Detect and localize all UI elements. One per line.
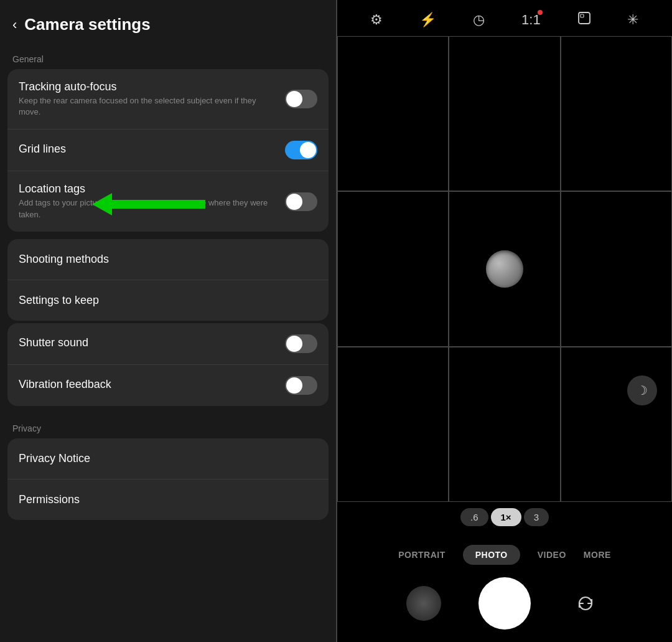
shooting-methods-label: Shooting methods xyxy=(19,253,109,266)
shutter-button[interactable] xyxy=(478,577,531,630)
location-tags-row[interactable]: Location tags Add tags to your pictures … xyxy=(7,171,329,231)
grid-cell-bl xyxy=(337,347,449,502)
settings-to-keep-row[interactable]: Settings to keep xyxy=(7,280,329,321)
back-button[interactable]: ‹ xyxy=(12,17,17,33)
flash-icon[interactable]: ⚡ xyxy=(419,12,436,28)
video-tab[interactable]: VIDEO xyxy=(538,550,566,560)
vibration-feedback-toggle[interactable] xyxy=(285,376,317,395)
vibration-feedback-title: Vibration feedback xyxy=(19,378,278,391)
focus-indicator xyxy=(486,250,523,288)
format-icon[interactable] xyxy=(577,11,591,29)
grid-cell-mr xyxy=(561,191,672,346)
viewfinder xyxy=(337,36,672,502)
svg-rect-1 xyxy=(581,14,584,17)
ai-icon[interactable]: ✳ xyxy=(627,12,638,28)
permissions-row[interactable]: Permissions xyxy=(7,479,329,520)
settings-icon[interactable]: ⚙ xyxy=(370,12,383,28)
privacy-section-label: Privacy xyxy=(0,413,336,438)
shooting-methods-row[interactable]: Shooting methods xyxy=(7,239,329,280)
more-tab[interactable]: MORE xyxy=(584,550,611,560)
permissions-label: Permissions xyxy=(19,493,80,506)
tracking-autofocus-row[interactable]: Tracking auto-focus Keep the rear camera… xyxy=(7,69,329,130)
privacy-notice-row[interactable]: Privacy Notice xyxy=(7,438,329,479)
general-settings-card: Tracking auto-focus Keep the rear camera… xyxy=(7,69,329,232)
zoom-1x-button[interactable]: 1× xyxy=(491,508,521,526)
svg-rect-0 xyxy=(579,12,590,24)
header: ‹ Camera settings xyxy=(0,0,336,44)
grid-cell-bm xyxy=(449,347,560,502)
camera-bottom-controls: .6 1× 3 ☽ PORTRAIT PHOTO VIDEO MORE xyxy=(337,502,672,642)
timer-icon[interactable]: ◷ xyxy=(473,12,485,28)
photo-tab[interactable]: PHOTO xyxy=(463,545,520,565)
portrait-tab[interactable]: PORTRAIT xyxy=(398,550,446,560)
privacy-notice-label: Privacy Notice xyxy=(19,452,90,465)
general-section-label: General xyxy=(0,44,336,69)
nav-card-1: Shooting methods Settings to keep xyxy=(7,239,329,321)
tracking-autofocus-desc: Keep the rear camera focused on the sele… xyxy=(19,95,278,118)
page-title: Camera settings xyxy=(24,15,150,34)
camera-top-icons: ⚙ ⚡ ◷ 1:1 ✳ xyxy=(337,0,672,36)
shutter-sound-card: Shutter sound Vibration feedback xyxy=(7,323,329,406)
grid-lines-row[interactable]: Grid lines xyxy=(7,130,329,171)
zoom-controls: .6 1× 3 xyxy=(460,508,549,526)
grid-cell-br xyxy=(561,347,672,502)
shutter-sound-toggle[interactable] xyxy=(285,334,317,353)
gallery-thumbnail[interactable] xyxy=(406,586,441,621)
grid-lines-title: Grid lines xyxy=(19,143,278,156)
grid-lines-toggle[interactable] xyxy=(285,141,317,159)
mode-tabs: PORTRAIT PHOTO VIDEO MORE xyxy=(398,545,611,565)
grid-cell-tm xyxy=(449,36,560,191)
shutter-sound-row[interactable]: Shutter sound xyxy=(7,323,329,365)
shutter-sound-title: Shutter sound xyxy=(19,336,278,349)
camera-viewfinder-panel: ⚙ ⚡ ◷ 1:1 ✳ xyxy=(337,0,672,642)
zoom-06-button[interactable]: .6 xyxy=(460,508,488,526)
shutter-row xyxy=(337,577,672,642)
night-mode-button[interactable]: ☽ xyxy=(627,375,657,405)
grid-cell-ml xyxy=(337,191,449,346)
grid-cell-tr xyxy=(561,36,672,191)
ratio-dot xyxy=(538,10,543,15)
vibration-feedback-row[interactable]: Vibration feedback xyxy=(7,365,329,406)
tracking-autofocus-title: Tracking auto-focus xyxy=(19,80,278,93)
privacy-card: Privacy Notice Permissions xyxy=(7,438,329,520)
flip-camera-button[interactable] xyxy=(568,586,603,621)
settings-to-keep-label: Settings to keep xyxy=(19,294,99,307)
location-tags-desc: Add tags to your pictures and videos so … xyxy=(19,197,278,220)
tracking-autofocus-toggle[interactable] xyxy=(285,90,317,108)
location-tags-toggle[interactable] xyxy=(285,192,317,211)
ratio-icon[interactable]: 1:1 xyxy=(521,12,541,28)
grid-cell-tl xyxy=(337,36,449,191)
zoom-3x-button[interactable]: 3 xyxy=(524,508,549,526)
location-tags-title: Location tags xyxy=(19,182,278,196)
